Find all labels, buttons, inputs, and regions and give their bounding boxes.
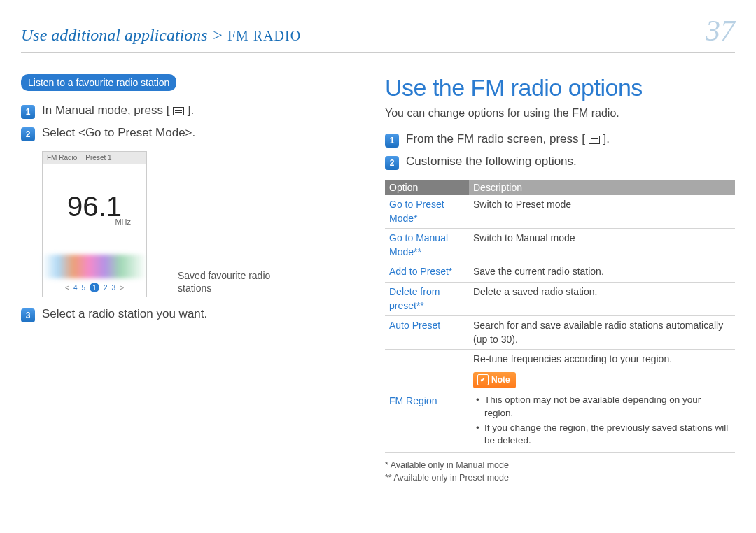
- preset-3: 3: [112, 284, 116, 292]
- intro-text: You can change options for using the FM …: [385, 107, 735, 120]
- left-step-list-2: 3 Select a radio station you want.: [21, 307, 350, 322]
- right-step-list: 1 From the FM radio screen, press [ ]. 2…: [385, 132, 735, 170]
- note-block: Note This option may not be available de…: [473, 372, 731, 448]
- page-number: 37: [706, 14, 735, 48]
- opt-cell: Go to Manual Mode**: [385, 229, 469, 262]
- spectrum-graphic: [43, 255, 146, 278]
- content-columns: Listen to a favourite radio station 1 In…: [21, 74, 735, 484]
- step-text: From the FM radio screen, press [ ].: [406, 132, 610, 146]
- chevron-right-icon: >: [120, 284, 124, 292]
- callout-text: Saved favourite radio stations: [178, 269, 297, 294]
- device-titlebar: FM Radio Preset 1: [43, 152, 146, 164]
- preset-5: 5: [81, 284, 85, 292]
- opt-cell: Add to Preset*: [385, 262, 469, 283]
- table-row: Delete from preset** Delete a saved radi…: [385, 282, 735, 315]
- note-item: If you change the region, the previously…: [476, 422, 731, 448]
- note-label: Note: [491, 374, 510, 386]
- footnote-1: * Available only in Manual mode: [385, 460, 735, 472]
- preset-4: 4: [74, 284, 78, 292]
- th-description: Description: [469, 180, 735, 195]
- step-number-2: 2: [21, 127, 35, 141]
- footnote-2: ** Available only in Preset mode: [385, 472, 735, 485]
- footnotes: * Available only in Manual mode ** Avail…: [385, 460, 735, 484]
- list-item: 1 In Manual mode, press [ ].: [21, 104, 350, 119]
- preset-row: < 4 5 1 2 3 >: [43, 278, 146, 297]
- frequency-display: 96.1: [67, 192, 122, 220]
- preset-2: 2: [104, 284, 108, 292]
- left-step-list: 1 In Manual mode, press [ ]. 2 Select <G…: [21, 104, 350, 141]
- device-illustration-block: FM Radio Preset 1 96.1 MHz < 4 5 1 2 3 >: [42, 151, 350, 297]
- device-mockup: FM Radio Preset 1 96.1 MHz < 4 5 1 2 3 >: [42, 151, 147, 297]
- note-badge: Note: [473, 372, 516, 388]
- device-title: FM Radio: [47, 154, 77, 162]
- desc-cell: Re-tune frequencies according to your re…: [469, 350, 735, 453]
- device-body: 96.1 MHz: [43, 164, 146, 255]
- menu-icon: [589, 136, 600, 144]
- chevron-left-icon: <: [65, 284, 69, 292]
- left-column: Listen to a favourite radio station 1 In…: [21, 74, 350, 484]
- breadcrumb-main: Use additional applications: [21, 26, 208, 44]
- table-row: Auto Preset Search for and save availabl…: [385, 316, 735, 350]
- table-row: Go to Preset Mode* Switch to Preset mode: [385, 195, 735, 229]
- desc-cell: Switch to Manual mode: [469, 229, 735, 262]
- list-item: 1 From the FM radio screen, press [ ].: [385, 132, 735, 148]
- callout-line: [147, 287, 175, 287]
- table-row: Add to Preset* Save the current radio st…: [385, 262, 735, 283]
- step-number-1: 1: [21, 105, 35, 119]
- table-row: FM Region Re-tune frequencies according …: [385, 350, 735, 453]
- desc-cell: Switch to Preset mode: [469, 195, 735, 229]
- breadcrumb: Use additional applications > FM RADIO: [21, 26, 301, 45]
- frequency-unit: MHz: [115, 218, 131, 226]
- step-number-2: 2: [385, 156, 399, 170]
- step-text: Select <Go to Preset Mode>.: [42, 126, 195, 140]
- table-header-row: Option Description: [385, 180, 735, 195]
- note-item: This option may not be available dependi…: [476, 394, 731, 420]
- table-row: Go to Manual Mode** Switch to Manual mod…: [385, 229, 735, 262]
- right-column: Use the FM radio options You can change …: [385, 74, 735, 484]
- th-option: Option: [385, 180, 469, 195]
- step-text: In Manual mode, press [ ].: [42, 104, 194, 118]
- opt-cell: FM Region: [385, 350, 469, 453]
- opt-cell: Go to Preset Mode*: [385, 195, 469, 229]
- options-table: Option Description Go to Preset Mode* Sw…: [385, 180, 735, 453]
- section-title: Use the FM radio options: [385, 74, 735, 101]
- page-header: Use additional applications > FM RADIO 3…: [21, 14, 735, 53]
- menu-icon: [173, 107, 184, 115]
- step-number-3: 3: [21, 308, 35, 322]
- list-item: 2 Select <Go to Preset Mode>.: [21, 126, 350, 141]
- device-preset-label: Preset 1: [85, 154, 111, 162]
- breadcrumb-sep: >: [212, 26, 223, 44]
- desc-cell: Save the current radio station.: [469, 262, 735, 283]
- desc-cell: Delete a saved radio station.: [469, 282, 735, 315]
- preset-1-selected: 1: [90, 283, 99, 292]
- step-text: Select a radio station you want.: [42, 307, 207, 321]
- breadcrumb-sub: FM RADIO: [227, 28, 301, 43]
- opt-cell: Delete from preset**: [385, 282, 469, 315]
- fm-region-desc: Re-tune frequencies according to your re…: [473, 353, 731, 367]
- opt-cell: Auto Preset: [385, 316, 469, 350]
- list-item: 2 Customise the following options.: [385, 155, 735, 170]
- step-text: Customise the following options.: [406, 155, 577, 169]
- step-number-1: 1: [385, 134, 399, 148]
- list-item: 3 Select a radio station you want.: [21, 307, 350, 322]
- desc-cell: Search for and save available radio stat…: [469, 316, 735, 350]
- section-subtitle-pill: Listen to a favourite radio station: [21, 74, 176, 91]
- note-list: This option may not be available dependi…: [476, 394, 731, 448]
